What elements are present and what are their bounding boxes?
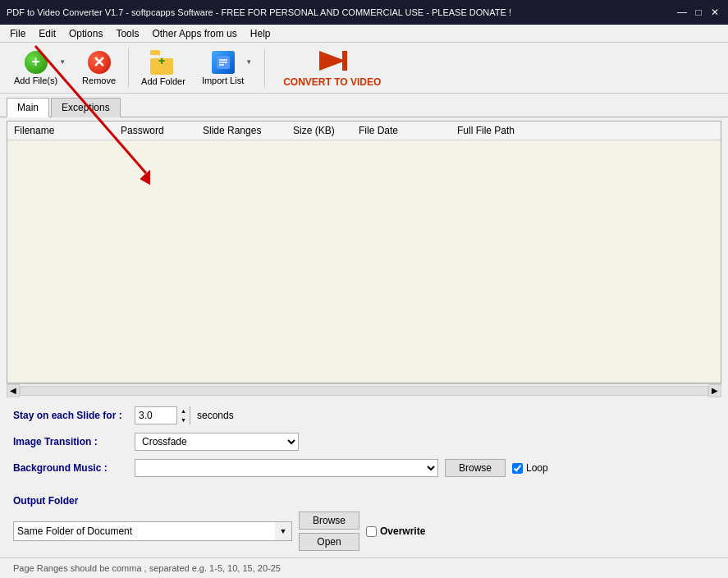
main-area: Main Exceptions Filename Password Slide … — [0, 94, 728, 578]
overwrite-checkbox-wrap: Overwrite — [366, 525, 425, 537]
add-folder-label: Add Folder — [141, 76, 185, 86]
slide-duration-field[interactable] — [135, 407, 176, 424]
minimize-button[interactable]: — — [675, 6, 689, 19]
add-files-label: Add File(s) — [14, 76, 57, 85]
status-text: Page Ranges should be comma , separated … — [13, 563, 281, 573]
settings-area: Stay on each Slide for : ▲ ▼ seconds Ima… — [0, 400, 728, 492]
add-files-icon: + — [25, 51, 48, 74]
bg-music-label: Background Music : — [13, 462, 128, 474]
bg-music-row: Background Music : Browse Loop — [13, 459, 715, 477]
import-list-label: Import List — [202, 76, 244, 85]
tabs: Main Exceptions — [0, 94, 728, 117]
image-transition-row: Image Transition : Crossfade None Fade t… — [13, 433, 715, 451]
seconds-label: seconds — [197, 410, 234, 421]
tab-main[interactable]: Main — [7, 98, 49, 117]
output-browse-button[interactable]: Browse — [299, 511, 359, 530]
import-dropdown-arrow[interactable]: ▼ — [245, 58, 252, 66]
col-header-filename: Filename — [14, 125, 121, 136]
transition-select[interactable]: Crossfade None Fade to Black Slide Left … — [135, 433, 299, 451]
menu-file[interactable]: File — [3, 26, 32, 41]
menu-edit[interactable]: Edit — [32, 26, 62, 41]
menu-bar: File Edit Options Tools Other Apps from … — [0, 25, 728, 43]
tab-exceptions[interactable]: Exceptions — [51, 98, 121, 117]
scrollbar-track[interactable] — [20, 386, 708, 396]
table-header: Filename Password Slide Ranges Size (KB)… — [7, 122, 721, 140]
menu-tools[interactable]: Tools — [109, 26, 145, 41]
output-folder-dropdown-button[interactable]: ▼ — [275, 522, 291, 540]
output-folder-title: Output Folder — [13, 495, 715, 507]
window-controls: — □ ✕ — [675, 6, 721, 19]
scroll-right-button[interactable]: ▶ — [708, 384, 721, 397]
svg-marker-6 — [319, 51, 346, 71]
col-header-size: Size (KB) — [293, 125, 359, 136]
loop-checkbox-wrap: Loop — [512, 462, 548, 474]
toolbar: + Add File(s) ▼ ✕ Remove + Add Folder — [0, 43, 728, 94]
menu-other-apps[interactable]: Other Apps from us — [145, 26, 243, 41]
spin-down-button[interactable]: ▼ — [177, 415, 190, 424]
import-list-button[interactable]: Import List ▼ — [195, 46, 259, 90]
slide-duration-spinner[interactable]: ▲ ▼ — [176, 406, 190, 424]
add-files-dropdown-arrow[interactable]: ▼ — [59, 58, 66, 66]
col-header-filedate: File Date — [359, 125, 457, 136]
import-list-icon — [212, 51, 235, 74]
col-header-slideranges: Slide Ranges — [203, 125, 293, 136]
slide-duration-label: Stay on each Slide for : — [13, 410, 128, 421]
add-folder-icon: + — [150, 50, 176, 75]
loop-label: Loop — [526, 462, 548, 474]
title-bar: PDF to Video Converter V1.7 - softpcapps… — [0, 0, 728, 25]
remove-label: Remove — [82, 76, 116, 85]
add-folder-button[interactable]: + Add Folder — [134, 46, 193, 90]
convert-to-video-button[interactable]: CONVERT TO VIDEO — [270, 46, 394, 90]
overwrite-checkbox[interactable] — [366, 526, 377, 537]
transition-label: Image Transition : — [13, 436, 128, 447]
maximize-button[interactable]: □ — [692, 6, 705, 19]
table-body[interactable] — [7, 140, 721, 383]
close-button[interactable]: ✕ — [708, 6, 721, 19]
toolbar-separator-1 — [128, 48, 129, 88]
app-title: PDF to Video Converter V1.7 - softpcapps… — [7, 7, 675, 17]
table-section: Filename Password Slide Ranges Size (KB)… — [0, 117, 728, 400]
spin-up-button[interactable]: ▲ — [177, 406, 190, 415]
output-open-button[interactable]: Open — [299, 533, 359, 551]
convert-label: CONVERT TO VIDEO — [283, 76, 381, 88]
loop-checkbox[interactable] — [512, 463, 523, 474]
svg-rect-7 — [342, 51, 347, 71]
output-folder-row: ▼ Browse Open Overwrite — [13, 511, 715, 551]
scroll-left-button[interactable]: ◀ — [7, 384, 20, 397]
col-header-password: Password — [121, 125, 203, 136]
convert-icon — [316, 48, 349, 76]
output-folder-field[interactable] — [14, 522, 275, 540]
remove-icon: ✕ — [88, 51, 111, 74]
output-folder-select-wrap[interactable]: ▼ — [13, 521, 292, 541]
overwrite-label: Overwrite — [380, 525, 425, 537]
file-table: Filename Password Slide Ranges Size (KB)… — [7, 121, 721, 383]
remove-button[interactable]: ✕ Remove — [75, 46, 123, 90]
add-files-button[interactable]: + Add File(s) ▼ — [7, 46, 73, 90]
slide-duration-row: Stay on each Slide for : ▲ ▼ seconds — [13, 406, 715, 424]
toolbar-separator-2 — [264, 48, 265, 88]
table-scrollbar[interactable]: ◀ ▶ — [7, 383, 721, 397]
menu-help[interactable]: Help — [244, 26, 277, 41]
bg-music-select[interactable] — [135, 459, 438, 477]
status-bar: Page Ranges should be comma , separated … — [0, 557, 728, 578]
slide-duration-input[interactable]: ▲ ▼ — [135, 406, 190, 424]
menu-options[interactable]: Options — [62, 26, 109, 41]
col-header-fullpath: Full File Path — [457, 125, 714, 136]
output-section: Output Folder ▼ Browse Open Overwrite — [0, 492, 728, 557]
bg-music-browse-button[interactable]: Browse — [445, 459, 506, 477]
browse-open-buttons: Browse Open — [299, 511, 359, 551]
